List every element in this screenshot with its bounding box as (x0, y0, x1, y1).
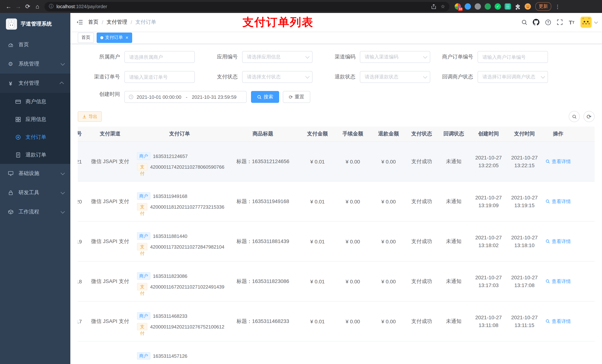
cell-notify-status: 未通知 (437, 142, 471, 181)
view-detail-link[interactable]: 查看详情 (545, 238, 571, 245)
column-header: 支付时间 (506, 126, 542, 141)
channel-order-no-input[interactable] (124, 71, 195, 83)
table-row: 20微信 JSAPI 支付商户1635311949168支付4200001181… (78, 182, 595, 222)
tab-home[interactable]: 首页 (78, 32, 94, 43)
font-size-icon[interactable]: TT (566, 19, 578, 25)
merchant-order-no: 1635311949168 (153, 193, 187, 199)
chevron-down-icon (594, 20, 598, 23)
cell-create-time: 2021-10-2713:19:09 (471, 182, 506, 221)
cell-order-id: 17 (78, 302, 87, 341)
table-header-row: 编号支付渠道支付订单商品标题支付金额手续金额退款金额支付状态回调状态创建时间支付… (78, 126, 595, 142)
export-button[interactable]: 导出 (78, 111, 102, 122)
chevron-up-icon (60, 82, 64, 86)
refresh-table-button[interactable]: ⟳ (583, 111, 595, 122)
merchant-order-no-input[interactable] (478, 51, 548, 63)
merchant-order-line: 商户1635312124657 (137, 152, 188, 160)
app-logo: 芋道管理系统 (0, 13, 70, 35)
cell-fee-amount (335, 342, 371, 364)
refund-status-select[interactable]: 请选择退款状态 (360, 71, 430, 83)
github-icon[interactable] (530, 19, 542, 26)
sidebar-item-system[interactable]: ⚙ 系统管理 (0, 54, 70, 74)
cell-notify-status: 未通知 (437, 182, 471, 221)
sidebar-item-app-info[interactable]: 应用信息 (0, 111, 70, 128)
help-icon[interactable]: ? (542, 19, 554, 25)
sidebar-item-home[interactable]: 首页 (0, 35, 70, 54)
channel-order-line: 支付4200001174202110278060590766 (137, 163, 224, 171)
profile-avatar-icon[interactable] (525, 3, 531, 10)
hamburger-icon[interactable] (70, 19, 88, 25)
search-button[interactable]: 搜索 (251, 91, 279, 103)
merchant-order-no: 1635311881440 (153, 233, 187, 239)
merchant-order-no: 1635312124657 (153, 153, 188, 159)
site-info-icon[interactable]: ⓘ (49, 3, 54, 10)
cell-pay-time: 2021-10-2713:22:15 (506, 142, 542, 181)
active-dot (100, 36, 103, 39)
view-detail-link[interactable]: 查看详情 (545, 318, 571, 325)
cell-pay-time: 2021-10-2713:18:10 (506, 222, 542, 261)
cell-filler (574, 261, 595, 301)
sidebar-item-pay-order[interactable]: 支付订单 (0, 128, 70, 146)
close-icon[interactable]: × (126, 35, 128, 40)
merchant-select-input[interactable] (124, 51, 195, 63)
browser-menu-icon[interactable]: ⋮ (555, 3, 560, 10)
fullscreen-icon[interactable] (554, 19, 566, 25)
cell-order-id: 21 (78, 142, 87, 181)
column-header: 支付订单 (133, 126, 226, 141)
pay-status-select[interactable]: 请选择支付状态 (242, 71, 312, 83)
browser-update-button[interactable]: 更新 (535, 2, 551, 11)
extension-gray-icon[interactable] (475, 3, 481, 10)
sidebar-item-label: 首页 (19, 42, 29, 48)
app-id-select[interactable]: 请选择应用信息 (242, 51, 312, 63)
search-icon[interactable] (518, 19, 530, 25)
extension-notes-icon[interactable] (505, 3, 511, 10)
column-header: 商品标题 (226, 126, 300, 141)
filter-label: 创建时间 (83, 91, 124, 103)
sidebar-item-merchant-info[interactable]: 商户信息 (0, 93, 70, 111)
breadcrumb-home[interactable]: 首页 (88, 19, 98, 26)
refresh-icon: ⟳ (587, 113, 592, 120)
sidebar-item-devtools[interactable]: 研发工具 (0, 183, 70, 202)
tab-pay-order[interactable]: 支付订单 × (97, 32, 132, 43)
create-time-range-picker[interactable]: 2021-10-01 00:00:00 - 2021-10-31 23:59:5… (124, 91, 247, 103)
cell-pay-channel: 微信 JSAPI 支付 (87, 302, 133, 341)
share-icon[interactable] (431, 4, 436, 9)
channel-code-select[interactable]: 请输入渠道编码 (360, 51, 430, 63)
user-menu[interactable] (580, 17, 597, 28)
sidebar-item-payment[interactable]: ¥ 支付管理 (0, 74, 70, 93)
toggle-search-button[interactable] (569, 111, 580, 122)
cell-pay-time: 2021-10-2713:11:15 (506, 302, 542, 341)
view-detail-link[interactable]: 查看详情 (545, 278, 571, 285)
extension-green-icon[interactable] (485, 3, 491, 10)
sidebar-item-workflow[interactable]: 工作流程 (0, 202, 70, 222)
view-detail-link[interactable]: 查看详情 (545, 158, 571, 165)
forward-icon[interactable]: → (13, 3, 23, 10)
back-icon[interactable]: ← (4, 3, 13, 10)
extension-pie-icon[interactable]: 10 (455, 3, 461, 10)
cell-pay-status (407, 342, 437, 364)
view-detail-link[interactable]: 查看详情 (545, 198, 571, 205)
chevron-down-icon (305, 74, 310, 79)
home-icon[interactable]: ⌂ (32, 3, 42, 10)
cell-pay-amount: ¥ 0.01 (300, 222, 335, 261)
column-header: 创建时间 (471, 126, 506, 141)
cell-pay-channel: 微信 JSAPI 支付 (87, 222, 133, 261)
notify-status-select[interactable]: 请选择订单回调商户状态 (478, 71, 548, 83)
avatar[interactable] (580, 17, 592, 28)
extension-blue-icon[interactable] (465, 3, 471, 10)
puzzle-icon[interactable] (515, 3, 521, 10)
address-bar[interactable]: ⓘ localhost:1024/pay/order ☆ (44, 2, 450, 11)
search-icon (545, 239, 550, 244)
cell-pay-channel: 微信 JSAPI 支付 (87, 261, 133, 301)
cell-notify-status (437, 342, 471, 364)
sidebar-item-refund-order[interactable]: 退款订单 (0, 146, 70, 164)
extension-check-icon[interactable]: ✓ (495, 3, 501, 10)
bookmark-star-icon[interactable]: ☆ (441, 4, 445, 9)
cell-pay-order: 商户1635311881440支付42000011732021102728479… (133, 222, 226, 261)
merchant-tag: 商户 (137, 152, 150, 160)
filter-row-3: 创建时间 2021-10-01 00:00:00 - 2021-10-31 23… (83, 91, 602, 103)
breadcrumb-pay-manage[interactable]: 支付管理 (107, 19, 127, 26)
reload-icon[interactable]: ⟳ (23, 3, 32, 10)
reset-button[interactable]: ⟳ 重置 (283, 91, 310, 103)
sidebar-item-infra[interactable]: 基础设施 (0, 164, 70, 183)
chevron-down-icon (61, 190, 65, 194)
